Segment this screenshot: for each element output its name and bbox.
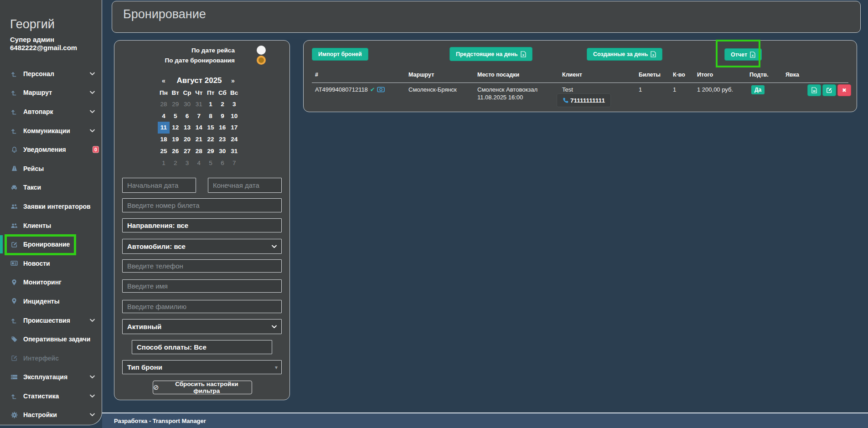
calendar-day[interactable]: 3 — [181, 157, 193, 169]
calendar-day[interactable]: 14 — [193, 122, 205, 134]
calendar-day[interactable]: 10 — [228, 110, 240, 122]
calendar-next-button[interactable]: » — [231, 77, 235, 84]
sidebar-item-taxi[interactable]: Такси — [0, 178, 102, 197]
calendar-day[interactable]: 22 — [205, 134, 217, 145]
directions-value: Направления: все — [127, 222, 188, 229]
status-select[interactable]: Активный — [122, 319, 282, 334]
delete-booking-button[interactable]: ✖ — [837, 84, 851, 96]
radio-booking-date[interactable] — [257, 56, 266, 65]
sidebar-item-booking[interactable]: Бронирование — [0, 235, 102, 254]
calendar-day[interactable]: 7 — [228, 157, 240, 169]
calendar-day[interactable]: 6 — [217, 157, 228, 169]
calendar-day[interactable]: 9 — [217, 110, 228, 122]
column-header: Билеты — [639, 72, 661, 78]
sidebar-item-operational-tasks[interactable]: Оперативные задачи — [0, 330, 102, 349]
calendar-weekday: Ср — [181, 89, 193, 97]
sidebar-item-incidents[interactable]: Инциденты — [0, 292, 102, 311]
filter-by-trip-date-option[interactable]: По дате рейса — [191, 46, 235, 55]
calendar-day[interactable]: 18 — [158, 134, 170, 145]
sidebar-item-news[interactable]: Новости — [0, 254, 102, 273]
calendar-day[interactable]: 26 — [170, 145, 181, 157]
calendar-day[interactable]: 6 — [181, 110, 193, 122]
cancel-circle-icon: ⊘ — [153, 383, 159, 392]
reset-filters-button[interactable]: ⊘ Сбросить настройки фильтра — [153, 381, 252, 394]
calendar-day[interactable]: 31 — [193, 98, 205, 110]
directions-field[interactable]: Направления: все — [122, 218, 282, 232]
cars-select[interactable]: Автомобили: все — [122, 239, 282, 254]
sidebar-item-notifications[interactable]: Уведомления0 — [0, 140, 102, 159]
calendar-day[interactable]: 12 — [170, 122, 181, 134]
map-pin-icon — [10, 279, 18, 286]
calendar-day[interactable]: 29 — [205, 145, 217, 157]
ticket-number-input[interactable] — [122, 198, 282, 212]
calendar-day[interactable]: 24 — [228, 134, 240, 145]
calendar-day[interactable]: 21 — [193, 134, 205, 145]
calendar-day[interactable]: 8 — [205, 110, 217, 122]
sidebar-item-autopark[interactable]: Автопарк — [0, 102, 102, 121]
first-name-input[interactable] — [122, 279, 282, 293]
calendar-day[interactable]: 3 — [228, 98, 240, 110]
sidebar-item-label: Статистика — [23, 392, 59, 400]
start-date-input[interactable] — [122, 178, 196, 193]
sidebar-item-exploitation[interactable]: Эксплуатация — [0, 368, 102, 387]
calendar-day[interactable]: 19 — [170, 134, 181, 145]
radio-trip-date[interactable] — [257, 46, 266, 55]
calendar-day[interactable]: 20 — [181, 134, 193, 145]
calendar-day[interactable]: 28 — [193, 145, 205, 157]
payment-method-field[interactable]: Способ оплаты: Все — [132, 340, 272, 354]
calendar-day[interactable]: 5 — [205, 157, 217, 169]
calendar-day[interactable]: 25 — [158, 145, 170, 157]
sidebar-item-accidents[interactable]: Происшествия — [0, 311, 102, 330]
calendar-day[interactable]: 15 — [205, 122, 217, 134]
sidebar-item-monitoring[interactable]: Мониторинг — [0, 273, 102, 292]
client-phone-chip[interactable]: 71111111111 — [557, 93, 611, 107]
road-icon — [10, 165, 18, 172]
upcoming-day-report-button[interactable]: Предстоящие на день x — [450, 47, 532, 61]
sidebar-item-statistics[interactable]: Статистика — [0, 387, 102, 406]
calendar-day[interactable]: 17 — [228, 122, 240, 134]
excel-file-icon: x — [521, 51, 526, 57]
last-name-input[interactable] — [122, 300, 282, 313]
report-button[interactable]: Отчет x — [724, 48, 762, 61]
filter-by-booking-date-option[interactable]: По дате бронирования — [165, 56, 235, 65]
sidebar-item-personal[interactable]: Персонал — [0, 64, 102, 83]
map-pin-icon — [10, 298, 18, 304]
calendar-day[interactable]: 16 — [217, 122, 228, 134]
sidebar-item-communications[interactable]: Коммуникации — [0, 121, 102, 140]
sidebar-item-label: Персонал — [23, 70, 54, 77]
calendar-day[interactable]: 30 — [217, 145, 228, 157]
end-date-input[interactable] — [208, 178, 282, 193]
calendar-day[interactable]: 13 — [181, 122, 193, 134]
booking-type-select[interactable]: Тип брони ▾ — [122, 360, 282, 374]
calendar-day[interactable]: 4 — [158, 110, 170, 122]
calendar-day[interactable]: 7 — [193, 110, 205, 122]
import-bookings-button[interactable]: Импорт броней — [312, 48, 368, 61]
created-day-report-button[interactable]: Созданные за день x — [587, 48, 662, 61]
level-up-icon — [10, 128, 18, 134]
page-title: Бронирование — [123, 7, 206, 21]
calendar-day[interactable]: 4 — [193, 157, 205, 169]
calendar-day[interactable]: 2 — [170, 157, 181, 169]
calendar-day[interactable]: 27 — [181, 145, 193, 157]
calendar-day[interactable]: 28 — [158, 98, 170, 110]
calendar-day[interactable]: 5 — [170, 110, 181, 122]
sidebar-item-route[interactable]: Маршрут — [0, 83, 102, 103]
calendar-day-selected[interactable]: 11 — [158, 122, 170, 134]
calendar-day[interactable]: 2 — [217, 98, 228, 110]
calendar-day[interactable]: 1 — [158, 157, 170, 169]
sidebar-item-settings[interactable]: Настройки — [0, 406, 102, 425]
radio-label: По дате бронирования — [165, 57, 235, 64]
export-doc-button[interactable]: w — [807, 84, 821, 96]
calendar-day[interactable]: 30 — [181, 98, 193, 110]
phone-input[interactable] — [122, 259, 282, 273]
sidebar-item-integrator-requests[interactable]: Заявки интеграторов — [0, 197, 102, 216]
calendar-day[interactable]: 29 — [170, 98, 181, 110]
calendar-day[interactable]: 23 — [217, 134, 228, 145]
sidebar-item-clients[interactable]: Клиенты — [0, 216, 102, 235]
confirmed-badge: Да — [751, 85, 765, 94]
sidebar-item-trips[interactable]: Рейсы — [0, 159, 102, 178]
edit-booking-button[interactable] — [822, 84, 836, 96]
calendar-day[interactable]: 31 — [228, 145, 240, 157]
calendar-day[interactable]: 1 — [205, 98, 217, 110]
calendar-weekday: Пт — [205, 89, 217, 97]
